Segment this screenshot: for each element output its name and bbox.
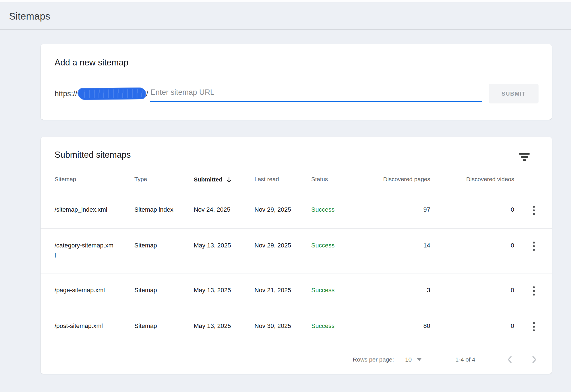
sitemap-path[interactable]: /sitemap_index.xml [55,205,114,215]
top-edge-strip [0,0,571,2]
table-header-row: Sitemap Type Submitted Last read Status … [41,176,552,193]
discovered-videos-value: 0 [430,205,514,215]
previous-page-button[interactable] [506,355,513,364]
row-menu-button[interactable] [531,322,537,332]
rows-per-page-select[interactable]: 10 [405,356,422,363]
status-badge: Success [311,321,359,331]
submitted-sitemaps-card: Submitted sitemaps Sitemap Type Submitte… [41,137,552,374]
submitted-sitemaps-header: Submitted sitemaps [41,150,552,161]
chevron-left-icon [506,355,513,364]
submitted-sitemaps-heading: Submitted sitemaps [55,150,131,160]
discovered-pages-value: 80 [359,321,430,331]
status-badge: Success [311,240,359,251]
sitemap-path-cell: /sitemap_index.xml [55,205,134,215]
submit-button[interactable]: SUBMIT [489,84,539,103]
submitted-date: May 13, 2025 [194,240,254,251]
filter-icon[interactable] [519,153,530,161]
dropdown-caret-icon [417,358,422,361]
discovered-pages-value: 14 [359,240,430,251]
row-menu-button[interactable] [531,205,537,216]
status-badge: Success [311,285,359,295]
submitted-date: May 13, 2025 [194,321,254,331]
discovered-videos-value: 0 [430,240,514,251]
rows-per-page-label: Rows per page: [353,356,394,363]
discovered-pages-value: 3 [359,285,430,295]
sitemap-url-row: https:// / SUBMIT [55,84,539,103]
last-read-date: Nov 29, 2025 [254,240,311,251]
sitemap-path-cell: /post-sitemap.xml [55,321,134,331]
discovered-pages-value: 97 [359,205,430,215]
table-row[interactable]: /post-sitemap.xml Sitemap May 13, 2025 N… [41,309,552,345]
submitted-date: Nov 24, 2025 [194,205,254,215]
column-header-status[interactable]: Status [311,176,359,183]
add-sitemap-card: Add a new sitemap https:// / SUBMIT [41,44,552,120]
sitemap-path-cell: /category-sitemap.xml [55,240,134,260]
table-row[interactable]: /category-sitemap.xml Sitemap May 13, 20… [41,228,552,273]
content-area: Add a new sitemap https:// / SUBMIT Subm… [0,30,571,374]
url-slash: / [146,89,148,98]
sitemap-type: Sitemap [134,240,194,251]
row-actions-cell [514,285,539,296]
table-row[interactable]: /page-sitemap.xml Sitemap May 13, 2025 N… [41,273,552,309]
add-sitemap-heading: Add a new sitemap [55,58,539,68]
sitemap-path[interactable]: /post-sitemap.xml [55,321,114,331]
rows-per-page-value: 10 [405,356,411,363]
last-read-date: Nov 29, 2025 [254,205,311,215]
column-header-discovered-pages[interactable]: Discovered pages [359,176,430,183]
sitemap-path-cell: /page-sitemap.xml [55,285,134,295]
last-read-date: Nov 30, 2025 [254,321,311,331]
sitemap-type: Sitemap [134,285,194,295]
discovered-videos-value: 0 [430,285,514,295]
column-header-last-read[interactable]: Last read [254,176,311,183]
sitemap-type: Sitemap [134,321,194,331]
row-menu-button[interactable] [531,286,537,296]
submitted-date: May 13, 2025 [194,285,254,295]
sort-descending-icon [226,176,232,183]
column-header-type[interactable]: Type [134,176,194,183]
pagination-bar: Rows per page: 10 1-4 of 4 [41,345,552,374]
sitemap-path[interactable]: /category-sitemap.xml [55,240,114,260]
column-header-submitted-label: Submitted [194,176,223,183]
last-read-date: Nov 21, 2025 [254,285,311,295]
sitemap-path[interactable]: /page-sitemap.xml [55,285,114,295]
pagination-range: 1-4 of 4 [455,356,475,363]
chevron-right-icon [531,355,538,364]
sitemap-url-input[interactable] [150,86,482,102]
next-page-button[interactable] [531,355,538,364]
sitemap-type: Sitemap index [134,205,194,215]
row-menu-button[interactable] [531,241,537,251]
page-header: Sitemaps [0,2,571,29]
row-actions-cell [514,240,539,251]
sitemaps-table: Sitemap Type Submitted Last read Status … [41,176,552,345]
discovered-videos-value: 0 [430,321,514,331]
row-actions-cell [514,205,539,216]
column-header-submitted[interactable]: Submitted [194,176,254,183]
column-header-sitemap[interactable]: Sitemap [55,176,134,183]
status-badge: Success [311,205,359,215]
redacted-domain-scribble [78,88,146,100]
page-title: Sitemaps [9,11,571,22]
column-header-discovered-videos[interactable]: Discovered videos [430,176,514,183]
row-actions-cell [514,321,539,332]
table-row[interactable]: /sitemap_index.xml Sitemap index Nov 24,… [41,193,552,228]
url-scheme-prefix: https:// [55,89,77,98]
